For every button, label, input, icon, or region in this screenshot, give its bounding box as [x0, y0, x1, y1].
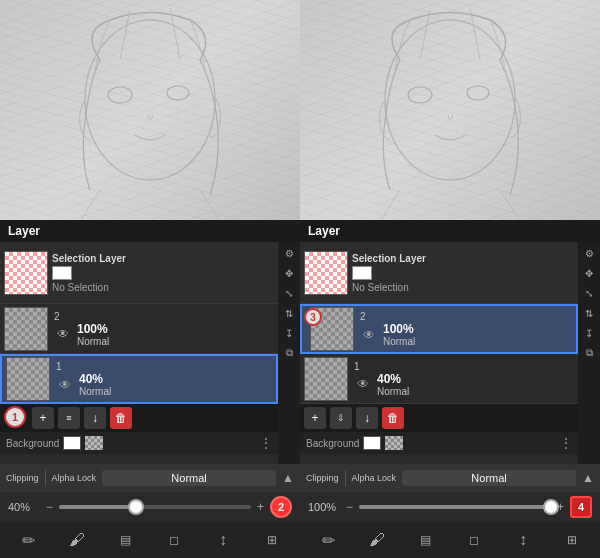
bg-label-right: Background [306, 438, 359, 449]
opacity-fill-left [59, 505, 136, 509]
layer2-info-left: 2 👁 100% Normal [48, 309, 274, 349]
svg-point-0 [85, 20, 215, 180]
bg-label-left: Background [6, 438, 59, 449]
eye-icon-layer2-left[interactable]: 👁 [54, 325, 72, 343]
opacity-thumb-left[interactable] [128, 499, 144, 515]
bg-thumbnail-right [363, 436, 381, 450]
layer1-thumbnail-right [304, 357, 348, 401]
minus-btn-right[interactable]: − [346, 500, 353, 514]
eye-icon-layer1-right[interactable]: 👁 [354, 375, 372, 393]
sidebar-copy-right[interactable]: ⧉ [580, 344, 598, 362]
layer1-thumbnail-left [6, 357, 50, 401]
move-down-btn-right[interactable]: ↓ [356, 407, 378, 429]
sidebar-settings-right[interactable]: ⚙ [580, 244, 598, 262]
fill-tool-right[interactable]: ▤ [412, 526, 440, 554]
selection-info-right: Selection Layer No Selection [348, 251, 430, 295]
bottom-blend-bar-right: Clipping Alpha Lock Normal ▲ [300, 464, 600, 492]
canvas-area-right [300, 0, 600, 220]
add-layer-btn-left[interactable]: + [32, 407, 54, 429]
no-selection-left: No Selection [52, 282, 126, 293]
layer-toolbar-left: 1 + ≡ ↓ 🗑 [0, 404, 278, 432]
transform-tool-left[interactable]: ⊞ [258, 526, 286, 554]
add-layer-btn-right[interactable]: + [304, 407, 326, 429]
opacity-bar-left: 40% − + 2 [0, 492, 300, 522]
blend-chevron-left[interactable]: ▲ [282, 471, 294, 485]
blend-mode-right[interactable]: Normal [402, 470, 576, 486]
transform-tool-right[interactable]: ⊞ [558, 526, 586, 554]
checker1-left [7, 358, 49, 400]
plus-btn-left[interactable]: + [257, 500, 264, 514]
layer-panel-body-left: Selection Layer No Selection 2 👁 [0, 242, 300, 464]
blend-mode-left[interactable]: Normal [102, 470, 276, 486]
delete-layer-btn-left[interactable]: 🗑 [110, 407, 132, 429]
delete-layer-btn-right[interactable]: 🗑 [382, 407, 404, 429]
layer-panel-left: Layer Selection Layer No Selection [0, 220, 300, 464]
selection-layer-row-right[interactable]: Selection Layer No Selection [300, 242, 578, 304]
opacity-bar-right: 100% − + 4 [300, 492, 600, 522]
svg-point-4 [408, 87, 432, 103]
layer-options-btn-left[interactable]: ≡ [58, 407, 80, 429]
layer1-row-right[interactable]: 1 👁 40% Normal [300, 354, 578, 404]
eye-icon-layer2-right[interactable]: 👁 [360, 326, 378, 344]
alpha-lock-label-right: Alpha Lock [352, 473, 397, 483]
blend-chevron-right[interactable]: ▲ [582, 471, 594, 485]
layer-toolbar-right: + ⇩ ↓ 🗑 [300, 404, 578, 432]
eraser-tool-right[interactable]: ◻ [460, 526, 488, 554]
sidebar-transform-right[interactable]: ⤡ [580, 284, 598, 302]
move-down-btn-left[interactable]: ↓ [84, 407, 106, 429]
selection-info-left: Selection Layer No Selection [48, 251, 130, 295]
layer-list-right: Selection Layer No Selection 3 2 [300, 242, 578, 464]
alpha-lock-label-left: Alpha Lock [52, 473, 97, 483]
bg-more-right[interactable]: ⋮ [560, 436, 572, 450]
left-panel: Layer Selection Layer No Selection [0, 0, 300, 558]
bg-more-left[interactable]: ⋮ [260, 436, 272, 450]
svg-point-3 [385, 20, 515, 180]
layer1-opacity-right: 40% Normal [377, 372, 409, 397]
eye-icon-layer1-left[interactable]: 👁 [56, 376, 74, 394]
opacity-value-right: 100% [308, 501, 340, 513]
selection-layer-row-left[interactable]: Selection Layer No Selection [0, 242, 278, 304]
tools-bar-right: ✏ 🖌 ▤ ◻ ↕ ⊞ [300, 522, 600, 558]
bg-thumbnail-left [63, 436, 81, 450]
brush-tool-right[interactable]: 🖌 [363, 526, 391, 554]
sketch-background-right [300, 0, 600, 220]
layer1-info-left: 1 👁 40% Normal [50, 359, 272, 399]
bg-row-left: Background ⋮ [0, 432, 278, 454]
sidebar-copy-left[interactable]: ⧉ [280, 344, 298, 362]
layer-panel-title-left: Layer [8, 224, 40, 238]
move-tool-left[interactable]: ↕ [209, 526, 237, 554]
sidebar-down-right[interactable]: ↧ [580, 324, 598, 342]
opacity-slider-right[interactable] [359, 505, 551, 509]
fill-tool-left[interactable]: ▤ [112, 526, 140, 554]
minus-btn-left[interactable]: − [46, 500, 53, 514]
layer2-row-right[interactable]: 3 2 👁 100% Normal [300, 304, 578, 354]
sidebar-down-left[interactable]: ↧ [280, 324, 298, 342]
clipping-label-right: Clipping [306, 473, 339, 483]
brush-tool-left[interactable]: 🖌 [63, 526, 91, 554]
badge4-right: 4 [570, 496, 592, 518]
layer1-row-left[interactable]: 1 👁 40% Normal [0, 354, 278, 404]
selection-layer-title-right: Selection Layer [352, 253, 426, 264]
opacity-slider-left[interactable] [59, 505, 251, 509]
pencil-tool-left[interactable]: ✏ [14, 526, 42, 554]
layer2-row-left[interactable]: 2 👁 100% Normal [0, 304, 278, 354]
sidebar-settings-left[interactable]: ⚙ [280, 244, 298, 262]
pencil-tool-right[interactable]: ✏ [314, 526, 342, 554]
layer2-opacity-right: 100% Normal [383, 322, 415, 347]
badge2-left: 2 [270, 496, 292, 518]
no-selection-right: No Selection [352, 282, 426, 293]
sidebar-flip-left[interactable]: ⇅ [280, 304, 298, 322]
canvas-area-left [0, 0, 300, 220]
eraser-tool-left[interactable]: ◻ [160, 526, 188, 554]
layer-merge-btn-right[interactable]: ⇩ [330, 407, 352, 429]
sidebar-move-right[interactable]: ✥ [580, 264, 598, 282]
layer1-num-right: 1 [354, 361, 568, 372]
sidebar-move-left[interactable]: ✥ [280, 264, 298, 282]
sidebar-transform-left[interactable]: ⤡ [280, 284, 298, 302]
opacity-thumb-right[interactable] [543, 499, 559, 515]
sidebar-flip-right[interactable]: ⇅ [580, 304, 598, 322]
pink-thumb-right [305, 252, 347, 294]
move-tool-right[interactable]: ↕ [509, 526, 537, 554]
layer-list-left: Selection Layer No Selection 2 👁 [0, 242, 278, 464]
layer2-thumbnail-left [4, 307, 48, 351]
